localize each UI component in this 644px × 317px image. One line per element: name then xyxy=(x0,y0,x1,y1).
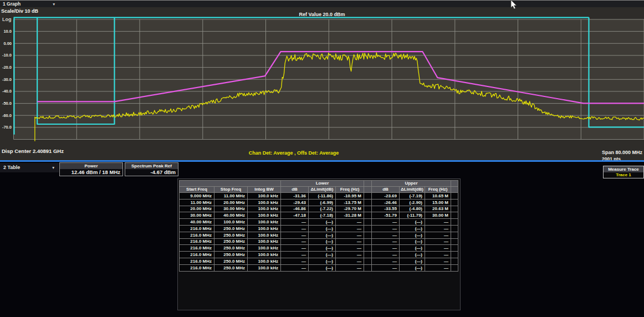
power-value: 12.46 dBm / 18 MHz xyxy=(60,169,122,176)
table-group-spacer xyxy=(180,181,281,187)
table-cell: 20.63 M xyxy=(425,206,451,213)
table-cell: (—) xyxy=(400,239,425,246)
table-cell: — xyxy=(372,245,400,252)
table-cell: 100.0 MHz xyxy=(214,219,248,226)
table-cell: -29.70 M xyxy=(336,206,364,213)
table-cell: 30.00 MHz xyxy=(180,212,214,219)
y-axis-label: -20.0 xyxy=(0,65,12,70)
table-cell: — xyxy=(281,245,309,252)
table-cell: -46.86 xyxy=(281,206,309,213)
table-cell: (—) xyxy=(400,252,425,258)
table-column-header: Stop Freq xyxy=(214,187,248,193)
table-cell: (—) xyxy=(309,258,336,265)
table-cell: (—) xyxy=(309,239,336,246)
table-cell: 250.0 MHz xyxy=(214,239,248,246)
table-cell: (—) xyxy=(400,219,425,226)
table-cell: -10.95 M xyxy=(336,193,364,200)
table-cell: 100.0 kHz xyxy=(248,200,281,206)
graph-selector-label: 1 Graph xyxy=(3,1,21,7)
table-cell: 216.0 MHz xyxy=(180,252,214,258)
table-cell: 250.0 MHz xyxy=(214,252,248,258)
table-cell: — xyxy=(372,226,400,232)
table-cell-spacer xyxy=(364,265,372,272)
graph-view-selector[interactable]: 1 Graph ▼ xyxy=(0,0,644,7)
table-cell: 100.0 kHz xyxy=(248,258,281,265)
table-column-header: dB xyxy=(281,187,309,193)
mouse-cursor-icon xyxy=(510,0,518,10)
table-cell: (-11.79) xyxy=(400,212,425,219)
table-cell: 100.0 kHz xyxy=(248,245,281,252)
table-cell: -47.18 xyxy=(281,212,309,219)
table-cell: -33.55 xyxy=(372,206,400,213)
table-cell: 11.00 MHz xyxy=(180,200,214,206)
table-cell: 216.0 MHz xyxy=(180,226,214,232)
table-cell: 100.0 kHz xyxy=(248,219,281,226)
table-cell: -29.43 xyxy=(281,200,309,206)
table-cell-spacer xyxy=(364,206,372,213)
table-cell: 216.0 MHz xyxy=(180,258,214,265)
table-cell: (—) xyxy=(309,245,336,252)
table-cell: 250.0 MHz xyxy=(214,245,248,252)
table-column-header: ΔLimit(dB) xyxy=(309,187,336,193)
table-cell: -26.46 xyxy=(372,200,400,206)
y-axis-label: 0.00 xyxy=(0,41,12,46)
table-cell-spacer xyxy=(451,258,458,265)
table-cell: 30.00 M xyxy=(425,212,451,219)
chevron-down-icon: ▼ xyxy=(52,166,55,170)
table-cell-spacer xyxy=(451,206,458,213)
table-group-spacer xyxy=(451,181,458,187)
table-group-lower: Lower xyxy=(281,181,364,187)
table-cell: (—) xyxy=(400,245,425,252)
table-cell: — xyxy=(336,258,364,265)
ref-value-label: Ref Value 20.0 dBm xyxy=(0,12,644,17)
table-cell: 100.0 kHz xyxy=(248,193,281,200)
table-cell-spacer xyxy=(451,219,458,226)
table-selector-label: 2 Table xyxy=(3,165,20,170)
table-cell-spacer xyxy=(451,193,458,200)
table-cell: 40.00 MHz xyxy=(214,212,248,219)
table-cell: (—) xyxy=(309,232,336,239)
table-cell: (—) xyxy=(400,232,425,239)
table-cell-spacer xyxy=(364,219,372,226)
table-cell: — xyxy=(425,232,451,239)
table-cell: (-7.18) xyxy=(309,212,336,219)
table-cell-spacer xyxy=(451,212,458,219)
table-cell: — xyxy=(372,219,400,226)
table-cell-spacer xyxy=(364,232,372,239)
power-label: Power xyxy=(60,163,122,169)
analyzer-screen: 1 Graph ▼ Scale/Div 10 dB Ref Value 20.0… xyxy=(0,0,644,317)
table-cell: — xyxy=(425,239,451,246)
table-view-selector[interactable]: 2 Table ▼ xyxy=(0,163,59,172)
disp-center-label: Disp Center 2.40891 GHz xyxy=(2,148,64,154)
table-cell-spacer xyxy=(364,226,372,232)
table-cell: 250.0 MHz xyxy=(214,226,248,232)
graph-section: 1 Graph ▼ Scale/Div 10 dB Ref Value 20.0… xyxy=(0,0,644,160)
table-cell: 250.0 MHz xyxy=(214,232,248,239)
table-cell-spacer xyxy=(451,252,458,258)
table-cell-spacer xyxy=(364,252,372,258)
table-cell: — xyxy=(336,239,364,246)
table-column-header: Start Freq xyxy=(180,187,214,193)
table-cell: 40.00 MHz xyxy=(180,219,214,226)
table-cell-spacer xyxy=(364,245,372,252)
table-cell: 10.65 M xyxy=(425,193,451,200)
table-cell: — xyxy=(425,245,451,252)
measure-trace-control[interactable]: Measure Trace Trace 1 xyxy=(603,166,644,178)
table-cell: — xyxy=(372,265,400,272)
table-cell-spacer xyxy=(451,245,458,252)
table-cell: — xyxy=(336,245,364,252)
table-section: 2 Table ▼ Power 12.46 dBm / 18 MHz Spect… xyxy=(0,162,644,317)
spectrum-peak-ref-label: Spectrum Peak Ref xyxy=(125,163,178,169)
table-group-spacer xyxy=(364,181,372,187)
table-cell: — xyxy=(336,226,364,232)
spectrum-graph xyxy=(0,0,644,160)
table-cell: — xyxy=(336,265,364,272)
y-axis-label: -30.0 xyxy=(0,77,12,82)
y-axis-label: -40.0 xyxy=(0,89,12,94)
table-cell: — xyxy=(281,239,309,246)
table-cell: — xyxy=(425,252,451,258)
measure-trace-value: Trace 1 xyxy=(604,172,643,178)
table-cell-spacer xyxy=(364,258,372,265)
table-cell: — xyxy=(425,219,451,226)
table-cell: (—) xyxy=(400,258,425,265)
